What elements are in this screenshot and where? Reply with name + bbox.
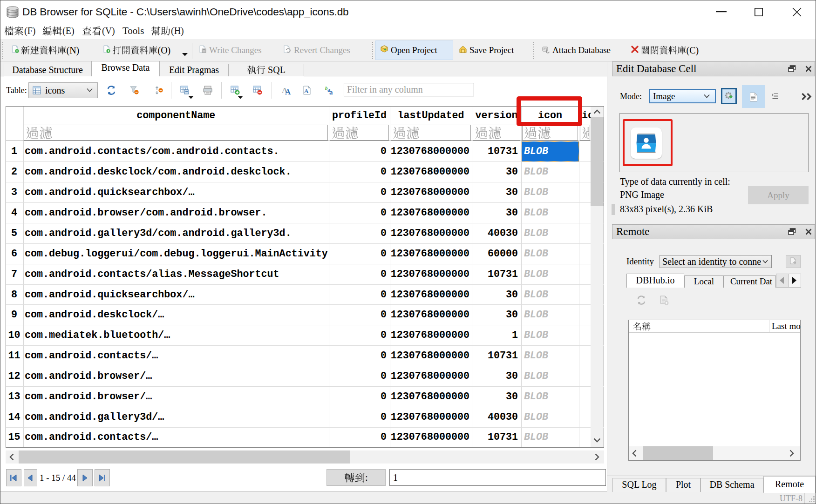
svg-text:A: A <box>304 87 309 94</box>
svg-text:A: A <box>285 87 291 95</box>
svg-text:a: a <box>329 88 333 95</box>
